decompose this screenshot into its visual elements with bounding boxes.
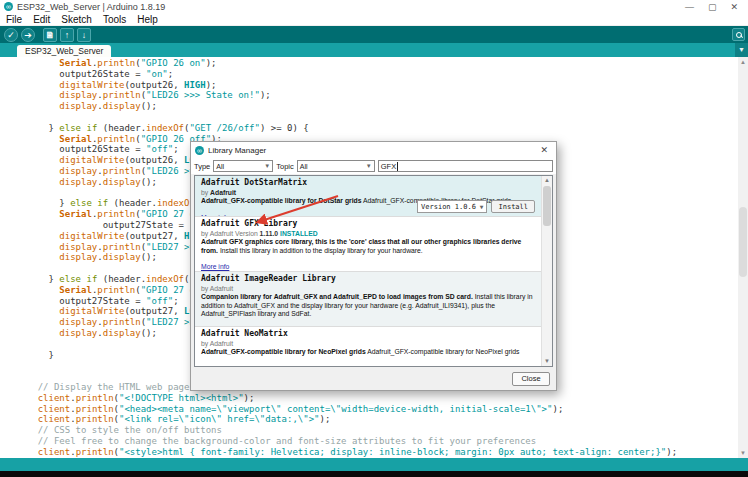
library-description: Adafruit GFX graphics core library, this…	[201, 238, 535, 255]
check-icon: ✓	[7, 30, 15, 40]
editor-scroll-thumb[interactable]	[739, 207, 747, 277]
library-entry[interactable]: Adafruit DotStarMatrixby AdafruitAdafrui…	[195, 176, 541, 217]
verify-button[interactable]: ✓	[4, 28, 18, 42]
text-caret	[397, 162, 398, 171]
library-description: Adafruit_GFX-compatible library for NeoP…	[201, 348, 535, 357]
scroll-down-icon[interactable]: ▼	[738, 448, 748, 458]
code-line: client.println("<style>html { font-famil…	[0, 447, 738, 458]
code-line	[0, 112, 738, 123]
menu-tools[interactable]: Tools	[103, 14, 126, 25]
arduino-app-icon: ∞	[4, 2, 13, 11]
library-description: Companion library for Adafruit_GFX and A…	[201, 293, 535, 319]
library-list-scrollbar[interactable]: ▲ ▼	[541, 176, 552, 366]
library-manager-titlebar[interactable]: ∞ Library Manager ✕	[191, 142, 556, 158]
installed-badge: INSTALLED	[280, 230, 318, 237]
arrow-down-icon: ↓	[82, 30, 87, 40]
library-manager-filters: Type All ▼ Topic All ▼ GFX	[191, 158, 556, 174]
code-line: client.println("<!DOCTYPE html><html>");	[0, 393, 738, 404]
title-bar: ∞ ESP32_Web_Server | Arduino 1.8.19 — ▢ …	[0, 0, 748, 13]
version-select[interactable]: Version 1.0.6▼	[417, 200, 487, 213]
chevron-down-icon: ▼	[264, 163, 270, 169]
library-name: Adafruit NeoMatrix	[201, 329, 535, 339]
chevron-down-icon: ▼	[366, 163, 372, 169]
chevron-down-icon: ▼	[480, 203, 484, 210]
serial-monitor-button[interactable]	[732, 28, 745, 41]
tab-bar: ESP32_Web_Server ▼	[0, 43, 748, 57]
scroll-down-icon[interactable]: ▼	[542, 357, 552, 366]
arduino-dialog-icon: ∞	[195, 146, 204, 155]
type-label: Type	[194, 162, 210, 171]
library-search-input[interactable]: GFX	[378, 160, 553, 172]
code-line: // CSS to style the on/off buttons	[0, 425, 738, 436]
tab-esp32-web-server[interactable]: ESP32_Web_Server	[17, 45, 111, 57]
code-line: client.println("<head><meta name=\"viewp…	[0, 404, 738, 415]
window-title: ESP32_Web_Server | Arduino 1.8.19	[17, 2, 685, 12]
code-line: display.display();	[0, 101, 738, 112]
console-area	[0, 471, 748, 477]
editor-scrollbar[interactable]: ▲ ▼	[738, 57, 748, 458]
save-button[interactable]: ↓	[77, 28, 91, 42]
library-entry[interactable]: Adafruit ImageReader Libraryby AdafruitC…	[195, 272, 541, 327]
library-list: Adafruit DotStarMatrixby AdafruitAdafrui…	[194, 175, 553, 367]
dialog-close-icon[interactable]: ✕	[536, 145, 552, 155]
library-meta: by Adafruit	[201, 188, 535, 197]
library-name: Adafruit ImageReader Library	[201, 274, 535, 284]
code-line: } else if (header.indexOf("GET /26/off")…	[0, 123, 738, 134]
menu-bar: FileEditSketchToolsHelp	[0, 13, 748, 26]
topic-label: Topic	[276, 162, 294, 171]
new-sketch-button[interactable]: 🗎	[43, 28, 57, 42]
status-bar	[0, 458, 748, 471]
menu-edit[interactable]: Edit	[33, 14, 50, 25]
library-manager-dialog: ∞ Library Manager ✕ Type All ▼ Topic All…	[190, 141, 557, 391]
dialog-footer: Close	[191, 368, 556, 390]
scroll-up-icon[interactable]: ▲	[738, 57, 748, 67]
library-meta: by Adafruit Version 1.11.0 INSTALLED	[201, 229, 535, 238]
library-name: Adafruit DotStarMatrix	[201, 178, 535, 188]
topic-select[interactable]: All ▼	[297, 160, 375, 172]
scroll-up-icon[interactable]: ▲	[542, 176, 552, 185]
upload-button[interactable]: ➔	[21, 28, 35, 42]
menu-help[interactable]: Help	[137, 14, 158, 25]
tab-list-dropdown[interactable]: ▼	[735, 43, 748, 57]
close-dialog-button[interactable]: Close	[512, 372, 550, 386]
library-entry[interactable]: Adafruit GFX Libraryby Adafruit Version …	[195, 217, 541, 272]
maximize-button[interactable]: ▢	[708, 2, 717, 12]
code-line: client.println("<link rel=\"icon\" href=…	[0, 414, 738, 425]
menu-sketch[interactable]: Sketch	[61, 14, 92, 25]
open-button[interactable]: ↑	[60, 28, 74, 42]
library-entry[interactable]: Adafruit NeoMatrixby AdafruitAdafruit_GF…	[195, 327, 541, 367]
close-button[interactable]: ✕	[730, 2, 738, 12]
more-info-link[interactable]: More info	[201, 262, 229, 271]
arrow-right-icon: ➔	[24, 30, 32, 40]
library-meta: by Adafruit	[201, 339, 535, 348]
install-button[interactable]: Install	[491, 200, 535, 213]
more-info-link[interactable]: More info	[201, 364, 229, 368]
list-scroll-thumb[interactable]	[543, 186, 551, 226]
code-line: output26State = "on";	[0, 69, 738, 80]
code-line: digitalWrite(output26, HIGH);	[0, 80, 738, 91]
document-icon: 🗎	[46, 30, 55, 40]
minimize-button[interactable]: —	[685, 2, 694, 12]
menu-file[interactable]: File	[6, 14, 22, 25]
magnifier-icon	[736, 32, 742, 38]
library-manager-title: Library Manager	[208, 146, 536, 155]
toolbar: ✓ ➔ 🗎 ↑ ↓	[0, 26, 748, 43]
code-line: // Feel free to change the background-co…	[0, 436, 738, 447]
library-name: Adafruit GFX Library	[201, 219, 535, 229]
library-meta: by Adafruit	[201, 284, 535, 293]
arrow-up-icon: ↑	[65, 30, 70, 40]
code-line: Serial.println("GPIO 26 on");	[0, 58, 738, 69]
type-select[interactable]: All ▼	[213, 160, 273, 172]
code-line: display.println("LED26 >>> State on!");	[0, 90, 738, 101]
